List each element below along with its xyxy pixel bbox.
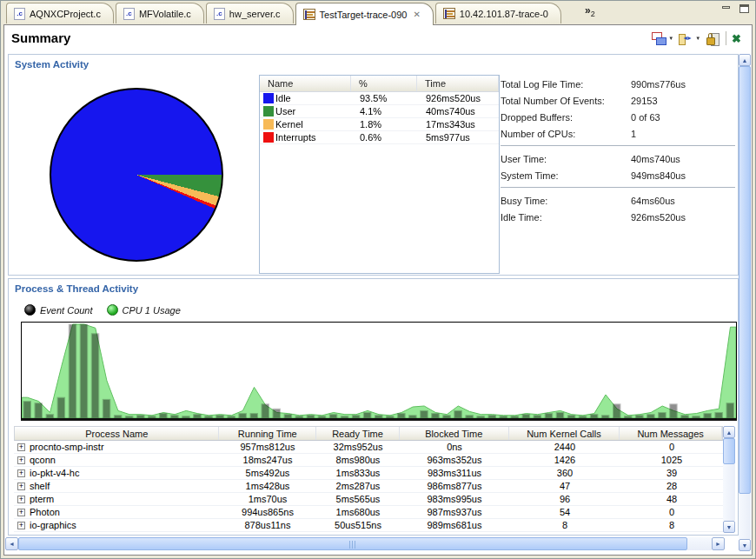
legend-label: Event Count [40, 305, 93, 316]
tab-overflow-chevron[interactable]: »2 [585, 4, 595, 18]
process-value-cell: 0 [620, 442, 723, 452]
editor-tab[interactable]: .cAQNXCProject.c [6, 3, 114, 23]
expand-icon[interactable]: + [17, 482, 25, 490]
process-name: pterm [30, 494, 54, 504]
process-name: io-graphics [30, 520, 76, 530]
process-value-cell: 989ms681us [400, 520, 509, 530]
close-summary-button[interactable]: ✖ [732, 32, 741, 45]
stat-value: 0 of 63 [631, 112, 660, 123]
process-name-cell: +pterm [14, 494, 219, 504]
scroll-thumb[interactable] [723, 438, 735, 464]
process-value-cell: 983ms995us [400, 494, 509, 504]
stat-value: 29153 [631, 96, 658, 106]
stat-row: Busy Time:64ms60us [501, 192, 735, 209]
minimize-button[interactable] [720, 4, 732, 14]
process-table-scrollbar[interactable]: ▲ ▼ [723, 426, 735, 533]
cpu-percent-cell: 93.5% [351, 93, 417, 103]
tab-label: 10.42.101.87-trace-0 [460, 9, 548, 19]
process-column-header[interactable]: Running Time [219, 427, 316, 440]
maximize-button[interactable] [739, 4, 750, 14]
cpu-column-header[interactable]: % [351, 76, 417, 91]
color-swatch-icon [263, 93, 274, 103]
process-table-row[interactable]: +Photon994us865ns1ms680us987ms937us540 [14, 506, 723, 519]
cpu-name: Kernel [275, 119, 303, 130]
ide-editor-window: .cAQNXCProject.c.cMFVolatile.c.chw_serve… [0, 0, 756, 559]
cpu-usage-row[interactable]: Idle93.5%926ms520us [260, 92, 499, 105]
editor-tab[interactable]: .chw_server.c [206, 3, 294, 23]
process-value-cell: 963ms352us [400, 455, 509, 465]
cpu-name: Interrupts [275, 132, 315, 143]
scroll-up-arrow[interactable]: ▲ [723, 426, 735, 438]
expand-icon[interactable]: + [17, 509, 25, 516]
process-column-header[interactable]: Process Name [15, 427, 219, 440]
trace-file-icon [443, 8, 455, 19]
cpu-column-header[interactable]: Time [417, 76, 499, 91]
process-value-cell: 5ms492us [219, 468, 316, 478]
scroll-down-arrow[interactable]: ▼ [723, 521, 735, 533]
scroll-up-arrow[interactable]: ▲ [739, 54, 751, 66]
process-value-cell: 987ms937us [400, 507, 509, 517]
process-thread-activity-section: Process & Thread Activity Event Count CP… [8, 278, 739, 536]
process-table-row[interactable]: +shelf1ms428us2ms287us986ms877us4728 [14, 480, 723, 493]
cpu-column-header[interactable]: Name [260, 76, 351, 91]
editor-tab[interactable]: TestTarget-trace-090✕ [295, 3, 434, 25]
scroll-left-arrow[interactable]: ◄ [5, 537, 18, 550]
stat-row: Idle Time:926ms520us [501, 209, 735, 225]
process-table-row[interactable]: +procnto-smp-instr957ms812us32ms952us0ns… [14, 441, 723, 454]
lock-layout-button[interactable] [706, 32, 720, 45]
scroll-down-arrow[interactable]: ▼ [739, 539, 751, 551]
expand-icon[interactable]: + [17, 469, 25, 477]
cpu-usage-row[interactable]: Kernel1.8%17ms343us [260, 118, 499, 131]
expand-icon[interactable]: + [17, 456, 25, 464]
process-name-cell: +io-graphics [14, 520, 219, 530]
expand-icon[interactable]: + [17, 522, 25, 529]
trace-file-icon [303, 9, 315, 20]
stat-label: User Time: [501, 154, 631, 164]
editor-vertical-scrollbar[interactable]: ▲ ▼ [739, 54, 751, 551]
stat-value: 40ms740us [631, 154, 680, 164]
c-file-icon: .c [214, 8, 225, 20]
scroll-grip-icon [349, 541, 357, 549]
activity-histogram-chart[interactable] [21, 322, 737, 421]
process-column-header[interactable]: Ready Time [316, 427, 400, 440]
summary-toolbar: ▼ ▼ ✖ [652, 31, 741, 45]
editor-tab-bar: .cAQNXCProject.c.cMFVolatile.c.chw_serve… [1, 1, 755, 24]
process-name-cell: +io-pkt-v4-hc [14, 468, 219, 478]
cpu-time-cell: 17ms343us [417, 119, 499, 130]
process-table-row[interactable]: +pterm1ms70us5ms565us983ms995us9648 [14, 493, 723, 506]
process-column-header[interactable]: Num Messages [620, 427, 722, 440]
dropdown-arrow-icon[interactable]: ▼ [695, 36, 700, 41]
stat-label: Idle Time: [501, 212, 631, 223]
scroll-right-arrow[interactable]: ► [712, 537, 725, 550]
process-value-cell: 32ms952us [316, 442, 400, 452]
view-mode-button[interactable]: ▼ [652, 32, 673, 45]
process-value-cell: 2440 [509, 442, 620, 452]
process-value-cell: 28 [620, 481, 723, 491]
color-swatch-icon [263, 132, 274, 143]
scroll-thumb[interactable] [739, 66, 751, 494]
dropdown-arrow-icon[interactable]: ▼ [668, 36, 673, 41]
process-column-header[interactable]: Num Kernel Calls [509, 427, 620, 440]
expand-icon[interactable]: + [17, 443, 25, 451]
cpu-usage-row[interactable]: User4.1%40ms740us [260, 105, 499, 118]
pane-orientation-button[interactable]: ▼ [679, 32, 700, 45]
cpu-usage-row[interactable]: Interrupts0.6%5ms977us [260, 131, 499, 144]
tab-close-icon[interactable]: ✕ [413, 10, 420, 19]
stat-label: Total Log File Time: [501, 79, 631, 90]
process-value-cell: 96 [509, 494, 620, 504]
editor-tab[interactable]: .cMFVolatile.c [116, 3, 204, 23]
process-column-header[interactable]: Blocked Time [400, 427, 509, 440]
editor-tab[interactable]: 10.42.101.87-trace-0 [435, 3, 561, 23]
scroll-thumb[interactable] [18, 537, 687, 550]
process-name-cell: +Photon [14, 507, 219, 517]
stat-row: Number of CPUs:1 [501, 125, 735, 142]
process-table-row[interactable]: +qconn18ms247us8ms980us963ms352us1426102… [14, 454, 723, 467]
expand-icon[interactable]: + [17, 496, 25, 503]
stat-value: 926ms520us [631, 212, 686, 223]
process-value-cell: 0ns [400, 442, 509, 452]
process-table-row[interactable]: +io-graphics878us11ns50us515ns989ms681us… [14, 519, 723, 532]
process-value-cell: 54 [509, 507, 620, 517]
process-table-row[interactable]: +io-pkt-v4-hc5ms492us1ms833us983ms311us3… [14, 467, 723, 480]
editor-horizontal-scrollbar[interactable]: ◄ ► [5, 537, 725, 550]
process-thread-activity-title: Process & Thread Activity [15, 283, 138, 294]
